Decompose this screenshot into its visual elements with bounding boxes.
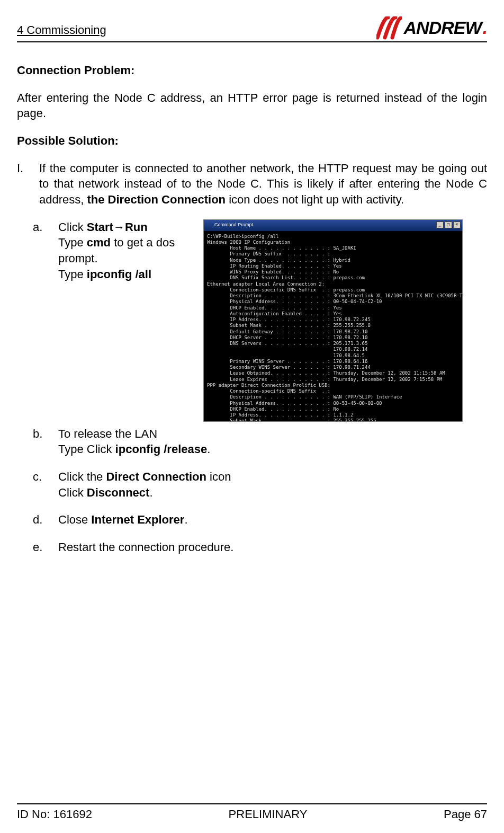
cmd-line: Connection-specific DNS Suffix . : prepa… bbox=[207, 287, 459, 293]
step-a-line1: Click Start→Run bbox=[58, 219, 197, 235]
step-b-line1: To release the LAN bbox=[58, 426, 487, 442]
cmd-line: DNS Servers . . . . . . . . . . . : 205.… bbox=[207, 341, 459, 347]
cmd-line: IP Address. . . . . . . . . . . . : 170.… bbox=[207, 317, 459, 323]
bold-text: Start bbox=[87, 220, 113, 234]
cmd-line: IP Routing Enabled. . . . . . . . : Yes bbox=[207, 263, 459, 269]
heading-possible-solution: Possible Solution: bbox=[17, 133, 487, 149]
page-footer: ID No: 161692 PRELIMINARY Page 67 bbox=[17, 803, 487, 822]
cmd-line: Connection-specific DNS Suffix . : bbox=[207, 388, 459, 394]
cmd-line: Default Gateway . . . . . . . . . : 170.… bbox=[207, 329, 459, 335]
text: Type Click bbox=[58, 442, 115, 456]
cmd-line: PPP adapter Direct Connection Prolific U… bbox=[207, 383, 459, 388]
text: Click the bbox=[58, 470, 106, 483]
cmd-line: Subnet Mask . . . . . . . . . . . : 255.… bbox=[207, 418, 459, 421]
cmd-line: Physical Address. . . . . . . . . : 00-5… bbox=[207, 401, 459, 406]
list-content: If the computer is connected to another … bbox=[39, 161, 487, 208]
list-content: Click the Direct Connection icon Click D… bbox=[58, 469, 487, 500]
cmd-line: Description . . . . . . . . . . . : WAN … bbox=[207, 394, 459, 400]
cmd-line: DNS Suffix Search List. . . . . . : prep… bbox=[207, 275, 459, 281]
text: . bbox=[207, 442, 210, 456]
cmd-line: Host Name . . . . . . . . . . . . : SA_J… bbox=[207, 245, 459, 251]
cmd-line: IP Address. . . . . . . . . . . . : 1.1.… bbox=[207, 412, 459, 418]
arrow-icon: → bbox=[113, 220, 125, 234]
text: Type bbox=[58, 236, 87, 249]
list-marker: d. bbox=[33, 512, 58, 528]
cmd-output: C:\WP-Build>ipconfig /allWindows 2000 IP… bbox=[204, 232, 462, 422]
solution-item-I: I. If the computer is connected to anoth… bbox=[17, 161, 487, 208]
close-icon: × bbox=[453, 221, 461, 228]
cmd-titlebar: Command Prompt _ □ × bbox=[204, 220, 462, 232]
heading-connection-problem: Connection Problem: bbox=[17, 63, 487, 78]
page-header: 4 Commissioning ANDREW. bbox=[17, 16, 487, 42]
bold-text: ipconfig /release bbox=[115, 442, 208, 456]
text: Click bbox=[58, 486, 87, 499]
bold-text: the Direction Connection bbox=[87, 193, 226, 206]
list-content: Restart the connection procedure. bbox=[58, 539, 487, 555]
step-b-line2: Type Click ipconfig /release. bbox=[58, 441, 487, 457]
cmd-line: C:\WP-Build>ipconfig /all bbox=[207, 234, 459, 240]
cmd-line: Lease Obtained. . . . . . . . . . : Thur… bbox=[207, 370, 459, 376]
list-marker: c. bbox=[33, 469, 58, 500]
bold-text: Internet Explorer bbox=[91, 513, 184, 526]
cmd-line: Autoconfiguration Enabled . . . . : Yes bbox=[207, 311, 459, 317]
problem-paragraph: After entering the Node C address, an HT… bbox=[17, 90, 487, 121]
text: Click bbox=[58, 220, 87, 234]
cmd-line: Secondary WINS Server . . . . . . : 170.… bbox=[207, 365, 459, 370]
cmd-line: Node Type . . . . . . . . . . . . : Hybr… bbox=[207, 258, 459, 263]
cmd-line: Subnet Mask . . . . . . . . . . . : 255.… bbox=[207, 323, 459, 329]
text: icon does not light up with activity. bbox=[226, 193, 404, 206]
text: . bbox=[184, 513, 187, 526]
footer-id: ID No: 161692 bbox=[17, 807, 92, 822]
cmd-line: Lease Expires . . . . . . . . . . : Thur… bbox=[207, 377, 459, 383]
cmd-line: WINS Proxy Enabled. . . . . . . . : No bbox=[207, 269, 459, 275]
step-c: c. Click the Direct Connection icon Clic… bbox=[33, 469, 487, 500]
text: . bbox=[149, 486, 152, 499]
step-e: e. Restart the connection procedure. bbox=[33, 539, 487, 555]
list-marker: e. bbox=[33, 539, 58, 555]
text: icon bbox=[206, 470, 231, 483]
bold-text: Run bbox=[125, 220, 148, 234]
step-a-row: a. Click Start→Run Type cmd to get a dos… bbox=[33, 219, 487, 422]
minimize-icon: _ bbox=[436, 221, 444, 228]
bold-text: Disconnect bbox=[87, 486, 150, 499]
cmd-line: 170.98.64.5 bbox=[207, 353, 459, 359]
cmd-line: Physical Address. . . . . . . . . : 00-5… bbox=[207, 299, 459, 305]
footer-page: Page 67 bbox=[444, 807, 487, 822]
step-a-line3: Type ipconfig /all bbox=[33, 267, 197, 282]
cmd-line: Ethernet adapter Local Area Connection 2… bbox=[207, 281, 459, 287]
brand-logo: ANDREW. bbox=[376, 16, 487, 40]
chapter-title: 4 Commissioning bbox=[17, 22, 106, 40]
text: Close bbox=[58, 513, 91, 526]
cmd-title: Command Prompt bbox=[211, 220, 256, 230]
cmd-line: DHCP Server . . . . . . . . . . . : 170.… bbox=[207, 335, 459, 341]
logo-stripes-icon bbox=[376, 16, 402, 40]
step-b: b. To release the LAN Type Click ipconfi… bbox=[33, 426, 487, 457]
cmd-line: Primary WINS Server . . . . . . . : 170.… bbox=[207, 359, 459, 365]
step-c-line2: Click Disconnect. bbox=[58, 485, 487, 501]
list-marker: b. bbox=[33, 426, 58, 457]
list-marker: a. bbox=[33, 219, 58, 235]
cmd-line: Windows 2000 IP Configuration bbox=[207, 240, 459, 245]
command-prompt-window: Command Prompt _ □ × C:\WP-Build>ipconfi… bbox=[203, 219, 463, 422]
brand-dot: . bbox=[483, 16, 487, 40]
step-a-line2: Type cmd to get a dos prompt. bbox=[33, 235, 197, 266]
step-d: d. Close Internet Explorer. bbox=[33, 512, 487, 528]
cmd-line: Primary DNS Suffix . . . . . . . : bbox=[207, 251, 459, 257]
list-marker: I. bbox=[17, 161, 39, 208]
list-content: To release the LAN Type Click ipconfig /… bbox=[58, 426, 487, 457]
footer-status: PRELIMINARY bbox=[229, 807, 308, 822]
step-c-line1: Click the Direct Connection icon bbox=[58, 469, 487, 485]
cmd-line: 170.98.72.14 bbox=[207, 347, 459, 352]
cmd-line: Description . . . . . . . . . . . : 3Com… bbox=[207, 293, 459, 299]
cmd-line: DHCP Enabled. . . . . . . . . . . : Yes bbox=[207, 305, 459, 311]
bold-text: ipconfig /all bbox=[87, 268, 151, 281]
bold-text: Direct Connection bbox=[106, 470, 206, 483]
list-content: Close Internet Explorer. bbox=[58, 512, 487, 528]
bold-text: cmd bbox=[87, 236, 111, 249]
cmd-line: DHCP Enabled. . . . . . . . . . . : No bbox=[207, 406, 459, 412]
brand-text: ANDREW bbox=[404, 16, 482, 40]
maximize-icon: □ bbox=[445, 221, 452, 228]
step-a-text: a. Click Start→Run Type cmd to get a dos… bbox=[33, 219, 197, 282]
text: Type bbox=[58, 268, 87, 281]
